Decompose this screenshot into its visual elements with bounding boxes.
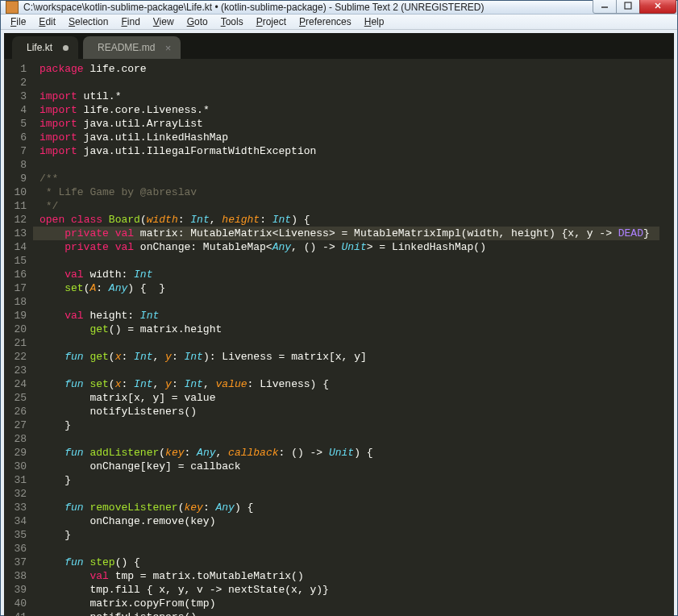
code-line[interactable] <box>33 158 674 172</box>
code-line[interactable]: */ <box>33 199 674 213</box>
code-line[interactable]: import java.util.IllegalFormatWidthExcep… <box>33 144 674 158</box>
menu-help[interactable]: Help <box>358 15 391 29</box>
minimap[interactable] <box>659 59 674 616</box>
tabbar: Life.ktREADME.md× <box>4 33 674 59</box>
line-number: 6 <box>4 131 27 144</box>
code-line[interactable] <box>33 336 674 350</box>
app-window: C:\workspace\kotlin-sublime-package\Life… <box>0 0 678 616</box>
code-line[interactable] <box>33 76 674 89</box>
code-line[interactable]: get() = matrix.height <box>33 323 674 336</box>
line-number: 28 <box>4 432 27 446</box>
code-line[interactable]: open class Board(width: Int, height: Int… <box>33 213 674 227</box>
line-number: 23 <box>4 364 27 377</box>
menu-file[interactable]: File <box>4 15 32 29</box>
code-line[interactable]: val height: Int <box>33 309 674 323</box>
titlebar[interactable]: C:\workspace\kotlin-sublime-package\Life… <box>1 1 677 15</box>
line-number: 9 <box>4 172 27 185</box>
line-number: 8 <box>4 158 27 172</box>
line-number: 13 <box>4 227 27 240</box>
line-number: 29 <box>4 446 27 460</box>
code-line[interactable]: } <box>33 473 674 487</box>
code-line[interactable]: matrix[x, y] = value <box>33 391 674 405</box>
code-line[interactable] <box>33 487 674 501</box>
line-number: 10 <box>4 185 27 199</box>
line-number: 37 <box>4 556 27 569</box>
line-number: 18 <box>4 295 27 309</box>
code-line[interactable] <box>33 295 674 309</box>
window-controls <box>593 0 676 14</box>
editor-area: Life.ktREADME.md× 1234567891011121314151… <box>4 33 674 616</box>
code-line[interactable]: fun addListener(key: Any, callback: () -… <box>33 446 674 460</box>
code-line[interactable]: import util.* <box>33 89 674 103</box>
code-line[interactable]: } <box>33 528 674 542</box>
line-number: 1 <box>4 62 27 76</box>
line-number: 33 <box>4 501 27 514</box>
line-number: 20 <box>4 323 27 336</box>
menu-selection[interactable]: Selection <box>62 15 114 29</box>
code-line[interactable]: import life.core.Liveness.* <box>33 103 674 117</box>
code-line[interactable] <box>33 254 674 268</box>
maximize-button[interactable] <box>616 0 640 14</box>
code-line[interactable]: package life.core <box>33 62 674 76</box>
line-number: 2 <box>4 76 27 89</box>
tab-close-icon[interactable]: × <box>165 42 172 54</box>
menu-goto[interactable]: Goto <box>181 15 214 29</box>
menu-tools[interactable]: Tools <box>214 15 250 29</box>
code-line[interactable]: /** <box>33 172 674 185</box>
line-number: 4 <box>4 103 27 117</box>
code-line[interactable]: import java.util.LinkedHashMap <box>33 131 674 144</box>
line-number: 31 <box>4 473 27 487</box>
code-line[interactable]: fun removeListener(key: Any) { <box>33 501 674 514</box>
code-line[interactable]: notifyListeners() <box>33 610 674 616</box>
line-number: 14 <box>4 240 27 254</box>
tab-readme-md[interactable]: README.md× <box>83 36 181 59</box>
line-number: 3 <box>4 89 27 103</box>
code-line[interactable]: tmp.fill { x, y, v -> nextState(x, y)} <box>33 583 674 597</box>
menu-find[interactable]: Find <box>114 15 146 29</box>
code-line[interactable]: fun step() { <box>33 556 674 569</box>
code-line[interactable]: onChange[key] = callback <box>33 460 674 473</box>
line-number: 19 <box>4 309 27 323</box>
minimize-button[interactable] <box>593 0 617 14</box>
line-number: 25 <box>4 391 27 405</box>
code-line[interactable]: matrix.copyFrom(tmp) <box>33 597 674 610</box>
app-icon <box>6 1 19 14</box>
tab-label: README.md <box>98 42 155 53</box>
line-number: 22 <box>4 350 27 364</box>
code-line[interactable]: set(A: Any) { } <box>33 281 674 295</box>
code-line[interactable]: val tmp = matrix.toMutableMatrix() <box>33 569 674 583</box>
code-line[interactable]: private val onChange: MutableMap<Any, ()… <box>33 240 674 254</box>
code-line[interactable]: onChange.remove(key) <box>33 514 674 528</box>
code-line[interactable]: import java.util.ArrayList <box>33 117 674 131</box>
menu-view[interactable]: View <box>147 15 181 29</box>
code-line[interactable]: fun set(x: Int, y: Int, value: Liveness)… <box>33 377 674 391</box>
code-line[interactable]: val width: Int <box>33 268 674 281</box>
close-button[interactable] <box>639 0 676 14</box>
svg-rect-1 <box>625 2 631 9</box>
menu-preferences[interactable]: Preferences <box>293 15 358 29</box>
code-line[interactable]: fun get(x: Int, y: Int): Liveness = matr… <box>33 350 674 364</box>
line-number: 40 <box>4 597 27 610</box>
line-number: 36 <box>4 542 27 556</box>
line-number: 11 <box>4 199 27 213</box>
code-line[interactable]: private val matrix: MutableMatrix<Livene… <box>33 227 674 240</box>
code-line[interactable]: notifyListeners() <box>33 405 674 418</box>
code-view[interactable]: 1234567891011121314151617181920212223242… <box>4 59 674 616</box>
menu-edit[interactable]: Edit <box>32 15 62 29</box>
code-line[interactable] <box>33 432 674 446</box>
window-title: C:\workspace\kotlin-sublime-package\Life… <box>23 2 593 13</box>
menu-project[interactable]: Project <box>250 15 293 29</box>
line-number: 5 <box>4 117 27 131</box>
tab-life-kt[interactable]: Life.kt <box>12 36 78 59</box>
menubar: FileEditSelectionFindViewGotoToolsProjec… <box>1 15 677 30</box>
code-line[interactable] <box>33 542 674 556</box>
code-line[interactable] <box>33 364 674 377</box>
code-content[interactable]: package life.coreimport util.*import lif… <box>33 59 674 616</box>
line-number: 27 <box>4 418 27 432</box>
code-line[interactable]: * Life Game by @abreslav <box>33 185 674 199</box>
line-number: 17 <box>4 281 27 295</box>
line-number: 21 <box>4 336 27 350</box>
line-number: 41 <box>4 610 27 616</box>
code-line[interactable]: } <box>33 418 674 432</box>
line-number: 24 <box>4 377 27 391</box>
